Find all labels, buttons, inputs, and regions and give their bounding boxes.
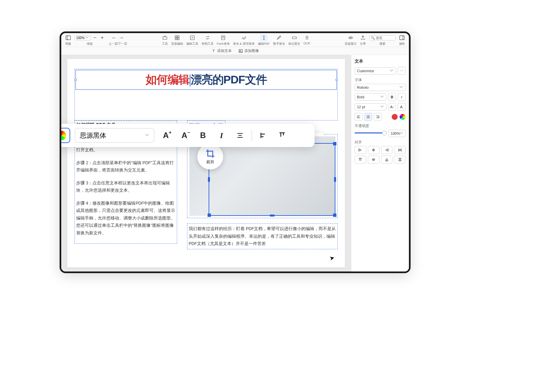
zoom-select[interactable]: 100%	[74, 35, 91, 40]
tb-page-display[interactable]: 页面显示	[343, 34, 358, 46]
font-weight-select[interactable]: Bold	[355, 93, 386, 101]
decrease-font-button[interactable]: A−	[177, 128, 191, 142]
tb-ocr[interactable]: OCR	[302, 34, 312, 45]
align-left-button[interactable]	[355, 146, 366, 154]
crop-button[interactable]: 裁剪	[197, 144, 223, 170]
svg-rect-3	[175, 36, 177, 37]
font-family-select[interactable]: 思源黑体	[75, 128, 154, 143]
props-title: 文本	[355, 58, 406, 64]
title-text-box[interactable]: 如何编辑漂亮的PDF文件	[75, 70, 337, 90]
tb-edit-tool[interactable]: 编辑工具	[185, 34, 200, 46]
cursor-pointer-icon: ➤	[328, 254, 335, 262]
align-center-h-button[interactable]	[368, 146, 379, 154]
resize-handle-left[interactable]	[74, 79, 77, 81]
bold-button[interactable]: B	[196, 128, 210, 142]
increase-font-button[interactable]: A+	[159, 128, 173, 142]
align-center-button[interactable]	[233, 128, 247, 142]
tb-panel[interactable]: 画板	[64, 34, 73, 46]
svg-rect-11	[292, 37, 296, 39]
opacity-slider[interactable]	[355, 132, 387, 133]
svg-rect-0	[66, 36, 71, 40]
svg-rect-6	[177, 38, 179, 40]
redact-icon	[291, 35, 297, 41]
search-input-wrapper[interactable]: 🔍	[369, 35, 396, 40]
text-align-center-button[interactable]	[364, 113, 372, 121]
svg-point-12	[306, 36, 308, 38]
main-area: 如何编辑漂亮的PDF文件 如何编辑 PDF 文件 步骤 1：打开PDF文件点击"…	[61, 55, 409, 271]
add-text-button[interactable]: 添加文本	[211, 48, 232, 53]
tb-tools[interactable]: 工具	[161, 34, 169, 46]
tb-page-edit[interactable]: 页面编辑	[170, 34, 184, 46]
svg-rect-53	[399, 159, 401, 160]
increase-font-button[interactable]: A+	[388, 103, 396, 111]
tb-properties[interactable]: 属性	[398, 34, 406, 46]
color-picker-icon[interactable]	[400, 114, 406, 120]
body-text: 步骤 2：点击顶部菜单栏中的"编辑 PDF"工具这将打开编辑界面，将页面转换为交…	[76, 159, 175, 174]
tb-digital-sign[interactable]: 数字签名	[272, 34, 286, 46]
resize-handle-right[interactable]	[335, 79, 338, 81]
tb-search: 🔍 搜索	[368, 34, 397, 46]
crop-handle[interactable]	[333, 142, 336, 145]
svg-rect-2	[163, 37, 167, 39]
crop-handle[interactable]	[208, 214, 211, 217]
title-highlighted: 如何编辑	[146, 73, 189, 86]
more-options-button[interactable]: ⋯	[398, 67, 406, 75]
text-color-picker[interactable]	[61, 128, 70, 143]
tb-zoom: 100% − + 缩放	[73, 34, 107, 46]
next-page-icon[interactable]: →	[119, 35, 124, 41]
distribute-v-button[interactable]	[394, 156, 406, 164]
text-align-right-button[interactable]	[374, 113, 382, 121]
crop-handle[interactable]	[333, 214, 336, 217]
pen-icon	[276, 35, 282, 41]
italic-button[interactable]: I	[215, 128, 228, 142]
eye-icon	[348, 35, 354, 41]
text-align-left-button[interactable]	[355, 113, 363, 121]
font-family-select[interactable]: Roboto	[355, 84, 406, 91]
svg-point-13	[350, 37, 351, 38]
tb-convert[interactable]: 转档工具	[200, 34, 215, 46]
color-swatch-rainbow[interactable]	[61, 131, 66, 140]
decrease-font-button[interactable]: A-	[398, 103, 406, 111]
tb-nav: ← → 上一页/下一页	[107, 34, 129, 46]
body-text: 步骤 4：修改图像和图形要编辑PDF中的图像、绘图或其他图形，只需点击要更改的元…	[76, 200, 175, 237]
search-icon: 🔍	[371, 36, 375, 40]
distribute-h-button[interactable]	[394, 146, 406, 154]
tb-sign[interactable]: 签名 & 填写表单	[232, 34, 256, 46]
bold-button[interactable]: B	[388, 93, 396, 101]
align-label: 对齐	[355, 140, 406, 145]
app-window: 画板 100% − + 缩放 ← → 上一页/下一页 工具 页面编辑 编辑工具 …	[60, 31, 411, 273]
align-left-button[interactable]	[257, 128, 271, 142]
align-top-button[interactable]	[355, 156, 366, 164]
crop-handle[interactable]	[334, 177, 336, 182]
svg-rect-44	[399, 149, 401, 151]
page-grid-icon	[174, 35, 180, 41]
style-preset-select[interactable]: Customize	[355, 67, 396, 74]
properties-panel: 文本 Customize ⋯ 字体 Roboto Bold B I 12 pt …	[351, 55, 409, 271]
align-bottom-button[interactable]	[381, 156, 393, 164]
crop-handle[interactable]	[208, 177, 210, 182]
font-section-label: 字体	[355, 77, 406, 82]
search-input[interactable]	[376, 36, 394, 40]
add-image-button[interactable]: 添加图像	[238, 48, 259, 53]
color-swatch-red[interactable]	[392, 114, 398, 120]
opacity-value[interactable]: 100%	[388, 130, 406, 137]
align-top-button[interactable]	[275, 128, 289, 142]
tb-redact[interactable]: 标记密文	[287, 34, 302, 46]
align-right-button[interactable]	[381, 146, 393, 154]
italic-button[interactable]: I	[398, 93, 406, 101]
tb-edit-pdf[interactable]: 编辑PDF	[257, 34, 271, 46]
font-size-select[interactable]: 12 pt	[355, 103, 386, 111]
align-center-v-button[interactable]	[368, 156, 379, 164]
tb-share[interactable]: 分享	[359, 34, 367, 46]
prev-page-icon[interactable]: ←	[111, 35, 117, 41]
svg-rect-4	[177, 36, 179, 37]
canvas[interactable]: 如何编辑漂亮的PDF文件 如何编辑 PDF 文件 步骤 1：打开PDF文件点击"…	[61, 55, 351, 271]
zoom-in-icon[interactable]: +	[99, 35, 105, 41]
crop-rectangle[interactable]	[209, 143, 335, 216]
svg-rect-14	[400, 36, 404, 40]
svg-rect-37	[359, 149, 361, 151]
tb-form[interactable]: Form表单	[216, 34, 231, 46]
crop-handle[interactable]	[270, 215, 274, 217]
zoom-out-icon[interactable]: −	[92, 35, 98, 41]
text-cursor-icon	[261, 35, 267, 41]
